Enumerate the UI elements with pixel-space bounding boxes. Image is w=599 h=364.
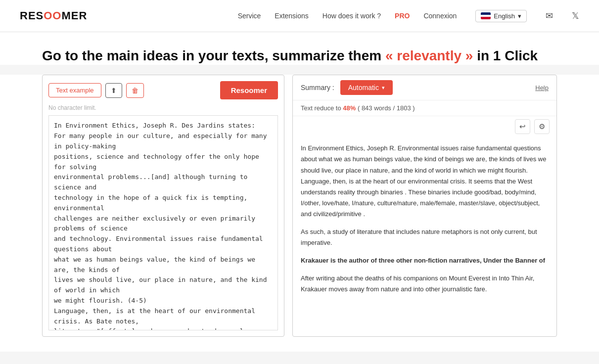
dropdown-chevron-icon: ▾ — [382, 85, 385, 91]
delete-button[interactable]: 🗑 — [126, 83, 144, 98]
nav-connexion[interactable]: Connexion — [423, 12, 457, 20]
share-icon: ↩ — [519, 122, 526, 131]
twitter-icon[interactable]: 𝕏 — [572, 10, 579, 21]
chevron-down-icon: ▾ — [518, 12, 521, 20]
reduce-text: Text reduce to — [301, 104, 343, 112]
email-icon[interactable]: ✉ — [546, 10, 553, 21]
text-example-button[interactable]: Text example — [48, 83, 101, 97]
navbar: RESOOMER Service Extensions How does it … — [0, 0, 599, 32]
hero-title-highlight: « relevantly » — [385, 48, 473, 63]
left-panel: Text example ⬆ 🗑 Resoomer No character l… — [42, 75, 284, 337]
trash-icon: 🗑 — [132, 87, 138, 94]
reduce-pct: 48% — [343, 104, 356, 112]
nav-how-it-works[interactable]: How does it work ? — [323, 12, 381, 20]
logo-text-mer: MER — [61, 9, 87, 22]
hero-section: Go to the main ideas in your texts, summ… — [0, 32, 599, 65]
summary-actions: ↩ ⚙ — [293, 116, 556, 137]
hero-title: Go to the main ideas in your texts, summ… — [42, 47, 557, 65]
summary-paragraph-1: In Environment Ethics, Joseph R. Environ… — [301, 143, 549, 220]
automatic-label: Automatic — [348, 84, 379, 91]
summary-paragraph-3: Krakauer is the author of three other no… — [301, 255, 549, 266]
char-limit-note: No character limit. — [48, 104, 278, 111]
lang-label: English — [494, 12, 515, 20]
upload-icon: ⬆ — [111, 87, 117, 94]
summary-paragraph-4: After writing about the deaths of his co… — [301, 273, 549, 295]
resoomer-button[interactable]: Resoomer — [220, 81, 278, 99]
hero-title-part2: in 1 Click — [473, 48, 538, 63]
left-toolbar: Text example ⬆ 🗑 Resoomer — [48, 81, 278, 99]
reduce-info: Text reduce to 48% ( 843 words / 1803 ) — [293, 100, 556, 116]
reduce-words: ( 843 words / 1803 ) — [356, 104, 415, 112]
main-content: Text example ⬆ 🗑 Resoomer No character l… — [0, 75, 599, 352]
automatic-button[interactable]: Automatic ▾ — [340, 80, 393, 95]
language-selector[interactable]: English ▾ — [475, 10, 527, 22]
hero-title-part1: Go to the main ideas in your texts, summ… — [42, 48, 385, 63]
text-input[interactable]: In Environment Ethics, Joseph R. Des Jar… — [48, 115, 278, 330]
nav-extensions[interactable]: Extensions — [275, 12, 308, 20]
summary-label: Summary : — [301, 84, 334, 91]
right-panel-header: Summary : Automatic ▾ Help — [293, 75, 556, 100]
settings-button[interactable]: ⚙ — [534, 119, 550, 134]
help-link[interactable]: Help — [535, 84, 549, 91]
right-panel: Summary : Automatic ▾ Help Text reduce t… — [292, 75, 557, 337]
settings-icon: ⚙ — [539, 122, 545, 131]
logo-text-oo: OO — [44, 9, 61, 22]
share-button[interactable]: ↩ — [515, 119, 530, 134]
logo-text-res: RES — [20, 9, 44, 22]
nav-service[interactable]: Service — [238, 12, 261, 20]
upload-button[interactable]: ⬆ — [105, 83, 122, 98]
nav-pro[interactable]: PRO — [395, 12, 410, 20]
flag-icon — [481, 12, 491, 19]
summary-paragraph-2: As such, a study of literature that incl… — [301, 227, 549, 248]
nav-links: Service Extensions How does it work ? PR… — [238, 10, 579, 22]
summary-text: In Environment Ethics, Joseph R. Environ… — [293, 137, 556, 336]
logo[interactable]: RESOOMER — [20, 9, 87, 22]
